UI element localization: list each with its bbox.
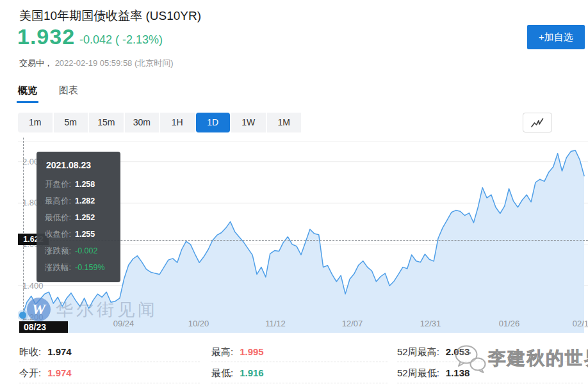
interval-button-15m[interactable]: 15m: [89, 113, 124, 132]
interval-button-1W[interactable]: 1W: [231, 113, 266, 132]
stat-value: 1.974: [47, 367, 72, 378]
stats-column: 最高:1.995最低:1.916: [211, 341, 388, 383]
tooltip-row-value: 1.252: [75, 209, 95, 226]
stat-row: 今开:1.974: [19, 362, 200, 383]
current-price: 1.932: [17, 24, 75, 49]
stat-row: 最高:1.995: [211, 341, 388, 362]
watermark-lijianqiu-text: 李建秋的世界: [488, 346, 588, 371]
interval-toolbar: 1m5m15m30m1H1D1W1M: [18, 113, 570, 132]
interval-button-5m[interactable]: 5m: [54, 113, 88, 132]
tab-bar: 概览图表: [18, 84, 78, 103]
tooltip-row-label: 开盘价:: [45, 176, 71, 193]
tooltip-row: 收盘价:1.255: [45, 226, 113, 243]
stat-value: 1.916: [240, 367, 264, 378]
wechat-icon: [452, 342, 488, 374]
price-chart[interactable]: W 华尔街见闻 2.0001.8001.6001.4001.200 09/241…: [18, 138, 588, 333]
interval-button-1H[interactable]: 1H: [160, 113, 195, 132]
tooltip-row-value: 1.255: [75, 226, 95, 243]
interval-group: 1m5m15m30m1H1D1W1M: [18, 113, 570, 132]
status-row: 交易中， 2022-02-19 05:59:58 (北京时间): [19, 58, 174, 69]
watermark-wallstreetcn-text: 华尔街见闻: [56, 298, 158, 321]
chart-style-button[interactable]: [523, 113, 552, 132]
interval-button-1m[interactable]: 1m: [18, 113, 53, 132]
watermark-lijianqiu: 李建秋的世界: [452, 342, 588, 374]
stat-value: 1.974: [47, 346, 72, 357]
tooltip-row-label: 最低价:: [45, 209, 71, 226]
interval-button-1M[interactable]: 1M: [267, 113, 302, 132]
stat-row: 最低:1.916: [211, 362, 388, 383]
interval-button-1D[interactable]: 1D: [196, 113, 231, 132]
quote-timestamp: 2022-02-19 05:59:58 (北京时间): [55, 58, 174, 68]
watermark-wallstreetcn: W 华尔街见闻: [27, 298, 158, 321]
tooltip-row-label: 最高价:: [45, 193, 71, 209]
tooltip-row: 涨跌额:-0.002: [45, 243, 113, 259]
stat-label: 最高:: [211, 346, 233, 357]
tooltip-row-label: 涨跌幅:: [45, 259, 71, 276]
tooltip-row: 开盘价:1.258: [45, 176, 113, 193]
stats-column: 昨收:1.974今开:1.974: [19, 341, 200, 383]
tooltip-row: 最低价:1.252: [45, 209, 113, 226]
line-chart-icon: [530, 117, 544, 129]
tooltip-row-label: 收盘价:: [45, 226, 71, 243]
quote-page: 美国10年期国债收益率 (US10YR) +加自选 1.932 -0.042 (…: [0, 0, 588, 384]
stat-value: 1.995: [240, 346, 264, 357]
x-axis-tick-label: 01/26: [499, 319, 520, 328]
crosshair-date-badge: 08/23: [19, 321, 68, 333]
stat-label: 昨收:: [19, 346, 41, 357]
trading-status: 交易中，: [19, 58, 53, 68]
stat-label: 最低:: [211, 367, 233, 378]
x-axis-tick-label: 02/18: [573, 319, 588, 328]
tooltip-row-value: -0.002: [75, 243, 97, 259]
stat-label: 今开:: [19, 367, 41, 378]
x-axis-tick-label: 10/20: [188, 319, 209, 328]
stat-row: 昨收:1.974: [19, 341, 200, 362]
tooltip-date: 2021.08.23: [45, 160, 113, 170]
interval-button-30m[interactable]: 30m: [125, 113, 159, 132]
tab-overview[interactable]: 概览: [18, 84, 37, 103]
page-title: 美国10年期国债收益率 (US10YR): [19, 8, 201, 24]
price-change: -0.042 ( -2.13%): [79, 33, 163, 47]
tab-chart[interactable]: 图表: [59, 84, 78, 103]
tooltip-row: 最高价:1.282: [45, 193, 113, 209]
add-watchlist-button[interactable]: +加自选: [527, 25, 585, 49]
tooltip-row: 涨跌幅:-0.159%: [45, 259, 113, 276]
stat-label: 52周最高:: [397, 346, 439, 357]
selected-point-marker: [19, 312, 26, 319]
tooltip-row-value: -0.159%: [75, 259, 105, 276]
tooltip-row-value: 1.258: [75, 176, 95, 193]
stat-label: 52周最低:: [397, 367, 439, 378]
tooltip-row-label: 涨跌额:: [45, 243, 71, 259]
wallstreetcn-logo-icon: W: [27, 298, 51, 321]
x-axis-tick-label: 12/07: [342, 319, 363, 328]
chart-tooltip: 2021.08.23 开盘价:1.258最高价:1.282最低价:1.252收盘…: [37, 152, 120, 282]
x-axis-tick-label: 11/12: [265, 319, 286, 328]
x-axis-tick-label: 12/31: [420, 319, 441, 328]
tooltip-row-value: 1.282: [75, 193, 95, 209]
